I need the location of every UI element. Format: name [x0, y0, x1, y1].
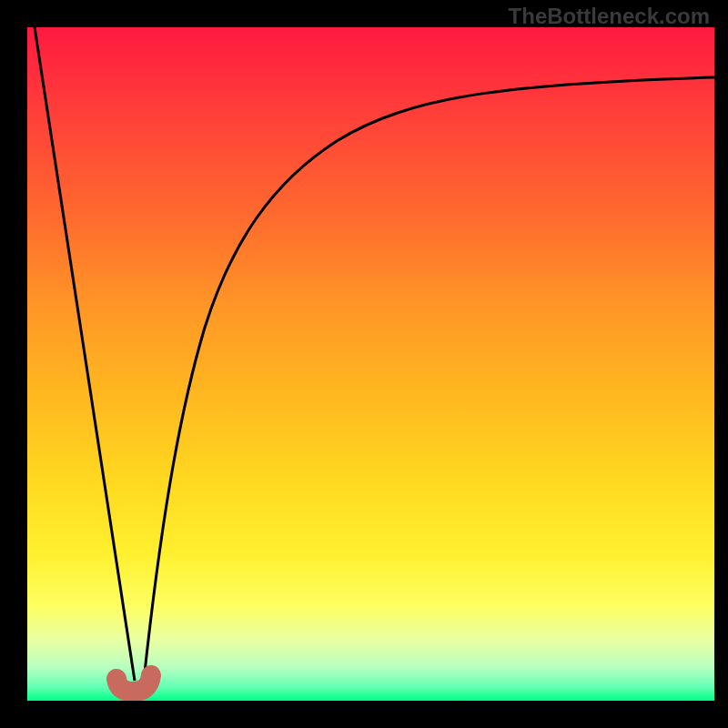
curve-overlay	[27, 27, 714, 701]
right-ascent-curve	[144, 77, 714, 681]
watermark-text: TheBottleneck.com	[509, 4, 710, 29]
left-descent-curve	[35, 27, 135, 681]
chart-canvas	[27, 27, 714, 701]
